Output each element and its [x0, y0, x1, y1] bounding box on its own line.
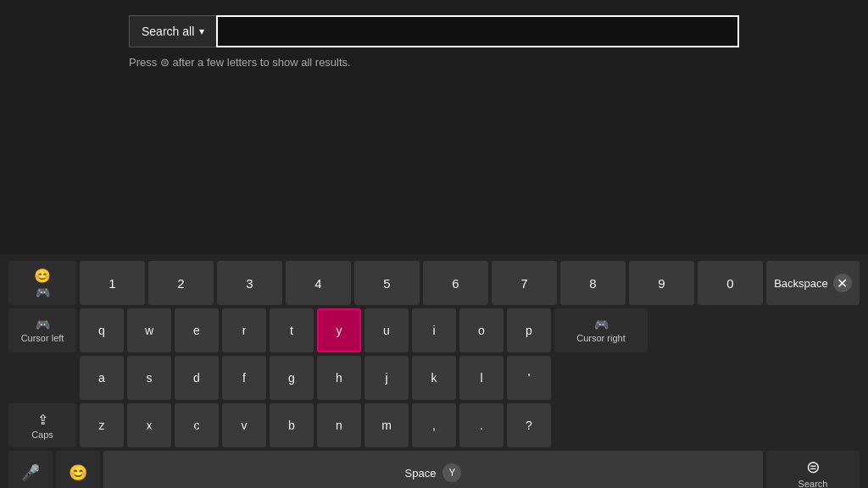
search-key[interactable]: ⊜ Search	[766, 451, 860, 488]
asdf-row: a s d f g h j k l '	[8, 356, 860, 400]
number-row: 😊 🎮 1 2 3 4 5 6 7 8 9 0 Backspace ✕	[8, 261, 860, 305]
key-period[interactable]: .	[459, 403, 504, 447]
key-n[interactable]: n	[317, 403, 361, 447]
key-9[interactable]: 9	[629, 261, 694, 305]
caps-label: Caps	[31, 430, 53, 440]
key-7[interactable]: 7	[492, 261, 557, 305]
key-f[interactable]: f	[222, 356, 266, 400]
key-y[interactable]: y	[317, 308, 361, 352]
key-2[interactable]: 2	[148, 261, 214, 305]
key-s[interactable]: s	[127, 356, 171, 400]
on-screen-keyboard: 😊 🎮 1 2 3 4 5 6 7 8 9 0 Backspace ✕ 🎮 Cu…	[0, 254, 868, 488]
key-m[interactable]: m	[364, 403, 409, 447]
space-label: Space	[405, 467, 437, 480]
key-u[interactable]: u	[364, 308, 409, 352]
space-key[interactable]: Space Y	[103, 451, 763, 488]
cursor-right-key[interactable]: 🎮 Cursor right	[554, 308, 648, 352]
backspace-label: Backspace	[774, 277, 828, 290]
backspace-icon: ✕	[833, 274, 852, 292]
key-i[interactable]: i	[412, 308, 456, 352]
qwerty-row: 🎮 Cursor left q w e r t y u i o p 🎮 Curs…	[8, 308, 860, 352]
key-b[interactable]: b	[270, 403, 314, 447]
key-a[interactable]: a	[80, 356, 124, 400]
key-question[interactable]: ?	[507, 403, 551, 447]
key-comma[interactable]: ,	[412, 403, 456, 447]
backspace-key[interactable]: Backspace ✕	[766, 261, 860, 305]
key-4[interactable]: 4	[286, 261, 351, 305]
key-0[interactable]: 0	[698, 261, 763, 305]
key-k[interactable]: k	[412, 356, 456, 400]
key-t[interactable]: t	[270, 308, 314, 352]
search-area: Search all ▾ Press ⊜ after a few letters…	[0, 0, 868, 254]
key-h[interactable]: h	[317, 356, 361, 400]
key-r[interactable]: r	[222, 308, 266, 352]
key-w[interactable]: w	[127, 308, 171, 352]
key-z[interactable]: z	[80, 403, 124, 447]
cursor-left-label: Cursor left	[21, 333, 64, 343]
key-d[interactable]: d	[175, 356, 219, 400]
key-g[interactable]: g	[270, 356, 314, 400]
key-q[interactable]: q	[80, 308, 124, 352]
space-row: 🎤 😊 Space Y ⊜ Search	[8, 451, 860, 488]
zxcv-row: ⇪ Caps z x c v b n m , . ?	[8, 403, 860, 447]
key-6[interactable]: 6	[423, 261, 488, 305]
key-3[interactable]: 3	[217, 261, 282, 305]
search-all-dropdown[interactable]: Search all ▾	[129, 15, 216, 47]
key-e[interactable]: e	[175, 308, 219, 352]
key-l[interactable]: l	[459, 356, 504, 400]
key-x[interactable]: x	[127, 403, 171, 447]
space-icon: Y	[442, 463, 461, 482]
search-hint: Press ⊜ after a few letters to show all …	[129, 56, 739, 69]
key-c[interactable]: c	[175, 403, 219, 447]
search-input[interactable]	[216, 15, 739, 47]
search-label: Search	[798, 479, 828, 488]
key-8[interactable]: 8	[560, 261, 626, 305]
emoji-key-bottom[interactable]: 😊	[56, 451, 100, 488]
cursor-right-label: Cursor right	[576, 333, 625, 343]
key-o[interactable]: o	[459, 308, 504, 352]
search-all-label: Search all	[142, 25, 194, 38]
key-j[interactable]: j	[364, 356, 409, 400]
cursor-left-key[interactable]: 🎮 Cursor left	[8, 308, 76, 352]
emoji-gamepad-key[interactable]: 😊 🎮	[8, 261, 76, 305]
key-apostrophe[interactable]: '	[507, 356, 551, 400]
mic-key[interactable]: 🎤	[8, 451, 53, 488]
key-1[interactable]: 1	[80, 261, 145, 305]
key-5[interactable]: 5	[354, 261, 420, 305]
key-p[interactable]: p	[507, 308, 551, 352]
chevron-down-icon: ▾	[199, 25, 204, 37]
key-v[interactable]: v	[222, 403, 266, 447]
search-bar-row: Search all ▾	[129, 15, 739, 47]
caps-lock-key[interactable]: ⇪ Caps	[8, 403, 76, 447]
